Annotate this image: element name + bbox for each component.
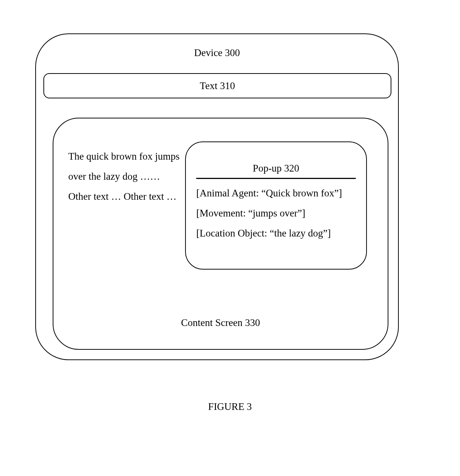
display-text: The quick brown fox jumps over the lazy … xyxy=(68,146,183,206)
popup-box: Pop-up 320 [Animal Agent: “Quick brown f… xyxy=(185,141,367,270)
display-text-line: over the lazy dog …… xyxy=(68,166,183,186)
popup-line: [Movement: “jumps over”] xyxy=(196,203,342,223)
popup-line: [Location Object: “the lazy dog”] xyxy=(196,223,342,243)
display-text-line: Other text … Other text … xyxy=(68,186,183,206)
popup-line: [Animal Agent: “Quick brown fox”] xyxy=(196,183,342,203)
content-screen-box: The quick brown fox jumps over the lazy … xyxy=(53,118,388,350)
text-bar: Text 310 xyxy=(43,73,391,98)
figure-caption: FIGURE 3 xyxy=(208,401,252,413)
device-label: Device 300 xyxy=(194,47,240,59)
content-screen-label: Content Screen 330 xyxy=(181,317,260,329)
popup-content: [Animal Agent: “Quick brown fox”] [Movem… xyxy=(196,183,342,243)
popup-underline xyxy=(196,178,356,179)
device-box: Device 300 Text 310 The quick brown fox … xyxy=(35,33,399,360)
display-text-line: The quick brown fox jumps xyxy=(68,146,183,166)
text-bar-label: Text 310 xyxy=(200,80,235,92)
popup-title: Pop-up 320 xyxy=(253,163,299,174)
